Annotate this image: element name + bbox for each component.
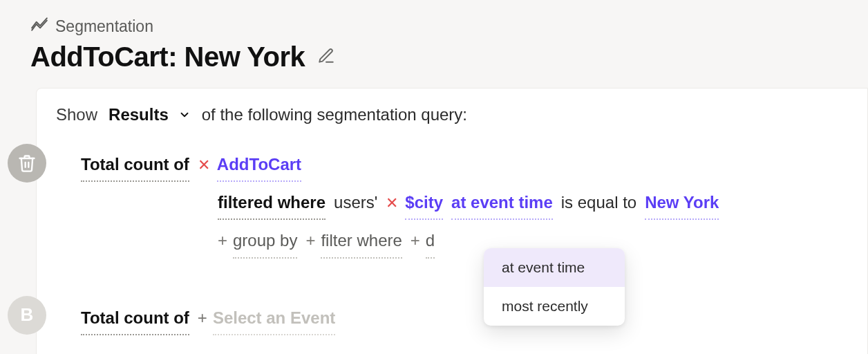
select-event-placeholder[interactable]: Select an Event: [213, 303, 335, 335]
plus-icon: +: [305, 225, 315, 255]
event-select[interactable]: AddToCart: [217, 149, 301, 182]
query-panel: Show Results of the following segmentati…: [36, 88, 868, 354]
breadcrumb[interactable]: Segmentation: [30, 15, 868, 37]
filtered-where-label[interactable]: filtered where: [218, 187, 326, 220]
edit-title-button[interactable]: [317, 47, 335, 68]
segmentation-icon: [30, 15, 48, 37]
add-filter-where-button[interactable]: filter where: [321, 225, 402, 258]
breadcrumb-label: Segmentation: [55, 17, 153, 36]
property-select[interactable]: $city: [405, 187, 443, 220]
plus-icon: +: [218, 225, 227, 255]
query-b: B Total count of + Select an Event: [56, 303, 848, 335]
plus-icon: +: [198, 303, 207, 333]
time-scope-select[interactable]: at event time: [451, 187, 553, 220]
results-select[interactable]: Results: [108, 105, 191, 124]
show-tail: of the following segmentation query:: [202, 105, 467, 124]
add-truncated-button[interactable]: d: [426, 225, 435, 258]
metric-select-b[interactable]: Total count of: [81, 303, 189, 335]
metric-select[interactable]: Total count of: [81, 149, 189, 182]
chevron-down-icon: [178, 109, 191, 121]
delete-query-a-button[interactable]: [8, 144, 46, 183]
remove-event-button[interactable]: ✕: [198, 151, 210, 179]
plus-icon: +: [411, 225, 420, 255]
page-title: AddToCart: New York: [30, 41, 305, 73]
results-select-value: Results: [108, 105, 169, 124]
value-select[interactable]: New York: [645, 187, 719, 220]
comparator-label: is equal to: [561, 187, 636, 217]
remove-property-button[interactable]: ✕: [386, 189, 398, 217]
query-b-badge: B: [8, 296, 46, 335]
query-a: Total count of ✕ AddToCart filtered wher…: [56, 149, 848, 259]
dropdown-option-at-event-time[interactable]: at event time: [484, 248, 625, 287]
add-group-by-button[interactable]: group by: [233, 225, 297, 258]
show-label: Show: [56, 105, 97, 124]
time-scope-dropdown: at event time most recently: [484, 248, 625, 326]
dropdown-option-most-recently[interactable]: most recently: [484, 287, 625, 326]
users-label: users': [334, 187, 377, 217]
